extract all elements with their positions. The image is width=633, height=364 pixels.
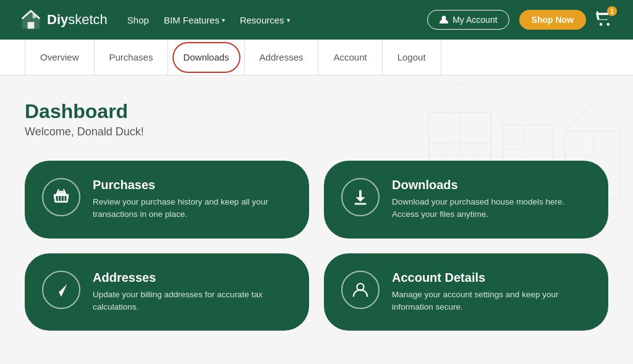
account-person-icon: [351, 281, 370, 299]
download-icon: [351, 188, 370, 206]
shop-now-button[interactable]: Shop Now: [519, 10, 586, 30]
chevron-down-icon: ▾: [222, 17, 225, 23]
account-details-card-title: Account Details: [392, 271, 591, 285]
tab-account[interactable]: Account: [318, 40, 382, 75]
tab-purchases[interactable]: Purchases: [95, 40, 169, 75]
svg-rect-2: [33, 14, 36, 18]
svg-rect-6: [460, 112, 491, 143]
svg-rect-31: [359, 190, 362, 198]
person-icon: [439, 15, 449, 25]
basket-icon: [52, 188, 70, 206]
purchases-card[interactable]: Purchases Review your purchase history a…: [25, 161, 309, 239]
svg-rect-30: [355, 203, 367, 205]
location-arrow-icon: [52, 281, 70, 299]
purchases-card-title: Purchases: [93, 178, 292, 192]
tab-downloads[interactable]: Downloads: [168, 40, 244, 75]
tab-addresses[interactable]: Addresses: [245, 40, 319, 75]
addresses-card-icon: [42, 271, 80, 309]
addresses-card[interactable]: Addresses Update your billing addresses …: [25, 253, 309, 331]
header-left: Diysketch Shop BIM Features ▾ Resources …: [20, 9, 290, 31]
cart-button[interactable]: 1: [596, 10, 613, 30]
watermark-background: [423, 75, 633, 211]
main-nav: Shop BIM Features ▾ Resources ▾: [127, 15, 290, 25]
account-details-card[interactable]: Account Details Manage your account sett…: [324, 253, 608, 331]
tab-overview[interactable]: Overview: [25, 40, 95, 75]
downloads-card-icon: [341, 178, 380, 216]
svg-rect-5: [429, 112, 454, 143]
my-account-button[interactable]: My Account: [427, 10, 509, 30]
account-details-card-text: Account Details Manage your account sett…: [392, 271, 591, 314]
svg-rect-16: [503, 125, 525, 150]
logo-text: Diysketch: [47, 12, 108, 28]
tab-logout[interactable]: Logout: [383, 40, 441, 75]
svg-rect-15: [503, 125, 553, 199]
svg-rect-1: [28, 22, 35, 29]
account-details-card-desc: Manage your account settings and keep yo…: [392, 289, 591, 314]
header-right: My Account Shop Now 1: [427, 10, 613, 30]
svg-marker-19: [503, 100, 553, 125]
nav-bim-features[interactable]: BIM Features ▾: [164, 15, 225, 25]
header: Diysketch Shop BIM Features ▾ Resources …: [0, 0, 633, 40]
addresses-card-title: Addresses: [93, 271, 292, 285]
cart-badge: 1: [607, 6, 617, 16]
account-details-card-icon: [341, 271, 380, 309]
nav-resources[interactable]: Resources ▾: [240, 15, 290, 25]
chevron-down-icon: ▾: [287, 17, 290, 23]
purchases-card-text: Purchases Review your purchase history a…: [93, 178, 292, 221]
purchases-card-icon: [42, 178, 80, 216]
logo[interactable]: Diysketch: [20, 9, 108, 31]
logo-icon: [20, 9, 42, 31]
addresses-card-desc: Update your billing addresses for accura…: [93, 289, 292, 314]
svg-marker-14: [429, 82, 491, 112]
main-content: Dashboard Welcome, Donald Duck!: [0, 75, 633, 355]
addresses-card-text: Addresses Update your billing addresses …: [93, 271, 292, 314]
nav-shop[interactable]: Shop: [127, 15, 149, 25]
purchases-card-desc: Review your purchase history and keep al…: [93, 196, 292, 221]
tabs-bar: Overview Purchases Downloads Addresses A…: [0, 40, 633, 75]
svg-rect-22: [576, 162, 592, 199]
svg-marker-21: [565, 103, 621, 131]
